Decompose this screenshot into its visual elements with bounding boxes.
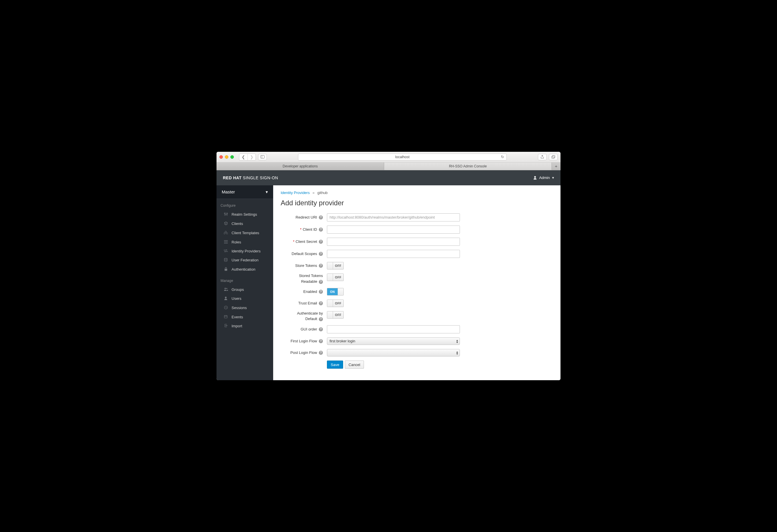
sidebar-item-authentication[interactable]: Authentication [217,265,273,274]
gui-order-field[interactable] [327,325,460,333]
cubes-icon [223,231,228,235]
help-icon[interactable]: ? [319,240,323,244]
label-trust-email: Trust Email? [281,301,327,306]
share-button[interactable] [538,154,547,160]
sidebar-toggle-button[interactable] [258,154,267,160]
sidebar-item-roles[interactable]: Roles [217,238,273,247]
forward-button[interactable]: ❯ [247,154,255,160]
realm-selector[interactable]: Master ▾ [217,185,273,199]
user-menu[interactable]: Admin ▾ [533,176,554,180]
required-icon: * [293,239,295,244]
help-icon[interactable]: ? [319,252,323,256]
tab-rhsso-admin[interactable]: RH-SSO Admin Console [384,163,552,170]
breadcrumb-root[interactable]: Identity Providers [281,191,310,195]
list-icon [223,240,228,244]
sidebar-item-user-federation[interactable]: User Federation [217,255,273,265]
first-login-flow-select[interactable]: first broker login ▴▾ [327,337,460,345]
select-value: first broker login [330,339,355,343]
svg-point-14 [224,258,227,259]
stored-tokens-readable-toggle[interactable]: OFF [327,274,344,281]
sidebar-item-sessions[interactable]: Sessions [217,303,273,313]
help-icon[interactable]: ? [319,280,323,284]
svg-rect-3 [552,155,555,157]
sidebar-item-label: Realm Settings [232,212,257,217]
database-icon [223,258,228,262]
help-icon[interactable]: ? [319,301,323,305]
sliders-icon [223,212,228,217]
label-auth-by-default: Authenticate by Default ? [281,311,327,322]
client-secret-field[interactable] [327,238,460,246]
svg-point-10 [227,213,227,214]
client-id-field[interactable] [327,225,460,234]
address-bar[interactable]: localhost ↻ [298,153,507,161]
help-icon[interactable]: ? [319,215,323,219]
breadcrumb: Identity Providers » github [281,191,553,195]
label-enabled: Enabled? [281,290,327,294]
sidebar-item-label: Events [232,315,243,319]
help-icon[interactable]: ? [319,327,323,331]
label-gui-order: GUI order? [281,327,327,332]
store-tokens-toggle[interactable]: OFF [327,262,344,270]
new-tab-button[interactable]: + [552,163,560,170]
help-icon[interactable]: ? [319,290,323,294]
tabs-button[interactable] [549,154,558,160]
help-icon[interactable]: ? [319,227,323,232]
sidebar-item-realm-settings[interactable]: Realm Settings [217,210,273,219]
app-body: Master ▾ Configure Realm Settings Client… [217,185,560,380]
browser-tabs: Developer applications RH-SSO Admin Cons… [217,163,560,170]
window-controls [219,155,234,159]
sidebar-item-import[interactable]: Import [217,322,273,330]
default-scopes-field[interactable] [327,250,460,258]
sidebar-item-label: Identity Providers [232,249,260,253]
chevron-down-icon: ▾ [266,189,268,195]
brand-logo: RED HAT SINGLE SIGN-ON [223,176,278,180]
label-store-tokens: Store Tokens? [281,263,327,268]
trust-email-toggle[interactable]: OFF [327,300,344,307]
required-icon: * [300,227,302,232]
sidebar-item-label: Sessions [232,306,247,310]
reload-icon[interactable]: ↻ [501,155,504,159]
share-icon [541,155,544,159]
user-icon [533,176,537,180]
sidebar-item-client-templates[interactable]: Client Templates [217,228,273,238]
enabled-toggle[interactable]: ON [327,288,344,296]
maximize-window-icon[interactable] [230,155,234,159]
help-icon[interactable]: ? [319,351,323,355]
close-window-icon[interactable] [219,155,223,159]
sidebar-item-users[interactable]: Users [217,294,273,303]
breadcrumb-sep: » [313,191,315,195]
svg-point-16 [224,288,226,289]
sidebar-item-events[interactable]: Events [217,313,273,322]
sidebar-item-label: Clients [232,221,243,226]
svg-rect-2 [552,156,554,158]
group-icon [223,287,228,292]
tab-developer-applications[interactable]: Developer applications [217,163,384,170]
brand-rest: SINGLE SIGN-ON [242,176,279,180]
svg-point-18 [225,297,227,298]
sidebar-item-groups[interactable]: Groups [217,285,273,294]
svg-rect-20 [224,315,227,318]
label-post-login-flow: Post Login Flow? [281,350,327,355]
label-client-id: * Client ID? [281,227,327,232]
svg-point-4 [534,176,536,178]
chevron-down-icon: ▾ [552,176,554,180]
sidebar-item-clients[interactable]: Clients [217,219,273,228]
auth-by-default-toggle[interactable]: OFF [327,311,344,319]
browser-toolbar: ❮ ❯ localhost ↻ [217,152,560,163]
back-button[interactable]: ❮ [239,154,247,160]
redirect-uri-field[interactable] [327,213,460,221]
help-icon[interactable]: ? [319,317,323,321]
post-login-flow-select[interactable]: ▴▾ [327,349,460,356]
brand-bold: RED HAT [223,176,242,180]
cancel-button[interactable]: Cancel [345,360,364,368]
minimize-window-icon[interactable] [225,155,228,159]
help-icon[interactable]: ? [319,264,323,268]
sidebar-item-identity-providers[interactable]: Identity Providers [217,247,273,255]
sidebar: Master ▾ Configure Realm Settings Client… [217,185,273,380]
save-button[interactable]: Save [327,360,343,368]
sidebar-item-label: User Federation [232,258,258,262]
sidebar-icon [260,155,264,158]
help-icon[interactable]: ? [319,339,323,343]
svg-point-8 [224,213,225,214]
user-icon [223,296,228,301]
